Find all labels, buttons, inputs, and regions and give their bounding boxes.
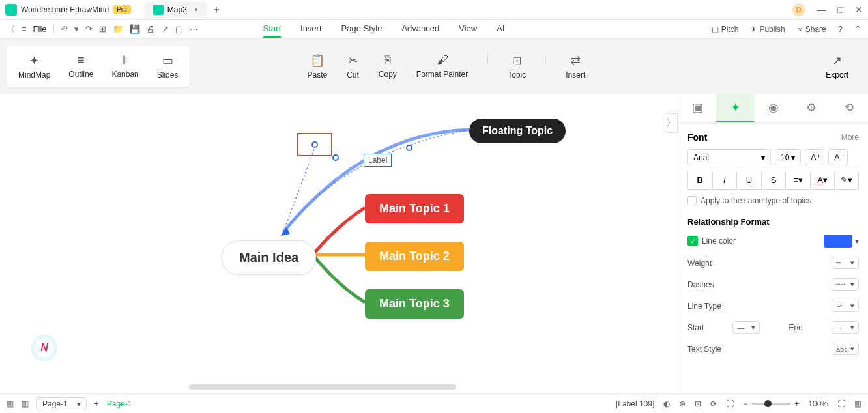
font-color-button[interactable]: A▾	[810, 171, 835, 190]
fit-icon[interactable]: ⛶	[726, 399, 734, 408]
topic-button[interactable]: ⊡Topic	[508, 53, 526, 79]
zoom-in-icon[interactable]: +	[794, 399, 799, 408]
node-topic-2[interactable]: Main Topic 2	[365, 242, 464, 271]
save-icon[interactable]: 💾	[130, 24, 140, 34]
zoom-value[interactable]: 100%	[808, 399, 828, 408]
italic-button[interactable]: I	[712, 171, 737, 190]
help-icon[interactable]: ?	[838, 24, 843, 34]
export-button[interactable]: ↗Export	[826, 53, 848, 79]
underline-button[interactable]: U	[736, 171, 761, 190]
apply-same-checkbox[interactable]	[687, 196, 697, 205]
node-main-idea[interactable]: Main Idea	[222, 240, 316, 275]
view-slides[interactable]: ▭Slides	[148, 48, 188, 85]
increase-font-button[interactable]: A⁺	[805, 149, 824, 165]
minimize-icon[interactable]: —	[817, 5, 826, 15]
menu-view[interactable]: View	[459, 21, 477, 38]
curve-handle-3[interactable]	[406, 145, 412, 151]
view-mindmap[interactable]: ✦MindMap	[9, 48, 59, 85]
panel-tab-style[interactable]: ✦	[716, 94, 754, 122]
font-family-select[interactable]: Arial▾	[687, 149, 771, 165]
maximize-icon[interactable]: □	[838, 5, 843, 15]
close-icon[interactable]: ✕	[855, 5, 863, 15]
print-icon[interactable]: 🖨	[147, 24, 155, 34]
relationship-label[interactable]: Label	[364, 154, 392, 167]
end-select[interactable]: →▾	[832, 321, 859, 334]
settings-icon[interactable]: ▦	[854, 399, 861, 408]
text-style-select[interactable]: abc▾	[832, 343, 859, 355]
add-page-icon[interactable]: +	[94, 399, 99, 408]
align-button[interactable]: ≡▾	[785, 171, 810, 190]
font-more[interactable]: More	[841, 133, 859, 142]
node-topic-3[interactable]: Main Topic 3	[365, 289, 464, 319]
tab-map2[interactable]: Map2 •	[144, 1, 207, 18]
line-type-select[interactable]: ⤻▾	[832, 300, 859, 312]
copy-button[interactable]: ⎘Copy	[379, 53, 397, 79]
menu-insert[interactable]: Insert	[300, 21, 322, 38]
strikethrough-button[interactable]: S	[761, 171, 786, 190]
weight-select[interactable]: ━▾	[832, 257, 859, 269]
more-icon[interactable]: ⋯	[190, 24, 198, 34]
status-icon-2[interactable]: ⊕	[679, 399, 686, 408]
view-outline[interactable]: ≡Outline	[59, 48, 102, 85]
tab-add[interactable]: +	[207, 1, 226, 18]
insert-button[interactable]: ⇄Insert	[566, 53, 585, 79]
paste-button[interactable]: 📋Paste	[307, 53, 327, 79]
collapse-ribbon-icon[interactable]: ⌃	[854, 24, 861, 34]
ai-assistant-button[interactable]: N	[31, 335, 57, 361]
decrease-font-button[interactable]: A⁻	[828, 149, 848, 165]
cut-button[interactable]: ✂Cut	[347, 53, 359, 79]
node-floating-topic[interactable]: Floating Topic	[469, 119, 566, 143]
menu-start[interactable]: Start	[263, 21, 281, 38]
zoom-out-icon[interactable]: −	[743, 399, 747, 408]
panel-tab-topic[interactable]: ▣	[678, 94, 716, 122]
publish-button[interactable]: ✈Publish	[750, 25, 785, 34]
curve-handle-1[interactable]	[311, 141, 318, 148]
line-color-picker[interactable]: ▾	[824, 235, 859, 248]
node-topic-1[interactable]: Main Topic 1	[365, 194, 464, 223]
panel-tab-icon[interactable]: ⚙	[792, 94, 830, 122]
shape-icon[interactable]: ▢	[175, 24, 183, 34]
undo-icon[interactable]: ↶	[61, 24, 68, 34]
layers-icon[interactable]: ▥	[22, 399, 29, 408]
undo-dropdown-icon[interactable]: ▾	[74, 24, 79, 34]
slider-track[interactable]	[751, 403, 790, 405]
apply-same-row[interactable]: Apply to the same type of topics	[687, 196, 859, 205]
pitch-button[interactable]: ▢Pitch	[712, 25, 739, 34]
tab-modified-dot[interactable]: •	[195, 5, 198, 15]
open-icon[interactable]: 📁	[113, 24, 123, 34]
view-kanban[interactable]: ⦀Kanban	[102, 48, 147, 85]
back-icon[interactable]: 〈	[7, 23, 15, 35]
slider-thumb[interactable]	[764, 400, 772, 407]
canvas[interactable]: Main Idea Main Topic 1 Main Topic 2 Main…	[0, 94, 678, 393]
menu-ai[interactable]: AI	[497, 21, 504, 38]
share-button[interactable]: ∝Share	[797, 25, 826, 34]
curve-handle-2[interactable]	[332, 154, 339, 161]
grid-icon[interactable]: ▦	[7, 399, 14, 408]
collapse-panel-icon[interactable]: 〉	[665, 113, 678, 133]
menu-page-style[interactable]: Page Style	[341, 21, 383, 38]
active-page[interactable]: Page-1	[107, 399, 132, 408]
status-icon-4[interactable]: ⟳	[710, 399, 717, 408]
file-menu[interactable]: File	[33, 24, 47, 34]
new-icon[interactable]: ⊞	[99, 24, 106, 34]
menu-icon[interactable]: ≡	[22, 24, 27, 34]
panel-tab-tag[interactable]: ◉	[754, 94, 792, 122]
menu-advanced[interactable]: Advanced	[401, 21, 439, 38]
highlight-button[interactable]: ✎▾	[834, 171, 859, 190]
format-painter-button[interactable]: 🖌Format Painter	[416, 53, 468, 79]
status-icon-1[interactable]: ◐	[663, 399, 670, 408]
status-icon-3[interactable]: ⊡	[695, 399, 701, 408]
panel-tab-history[interactable]: ⟲	[830, 94, 868, 122]
export-icon[interactable]: ↗	[162, 24, 169, 34]
user-avatar[interactable]: D	[792, 3, 805, 16]
zoom-slider[interactable]: − +	[743, 399, 799, 408]
redo-icon[interactable]: ↷	[85, 24, 93, 34]
line-color-checkbox[interactable]: ✓	[687, 236, 698, 246]
bold-button[interactable]: B	[687, 171, 712, 190]
start-select[interactable]: —▾	[732, 321, 760, 334]
horizontal-scrollbar[interactable]	[189, 384, 456, 390]
font-size-select[interactable]: 10▾	[775, 149, 801, 165]
page-selector[interactable]: Page-1▾	[36, 397, 87, 410]
dashes-select[interactable]: ┄┄▾	[832, 278, 859, 291]
fullscreen-icon[interactable]: ⛶	[837, 399, 845, 408]
